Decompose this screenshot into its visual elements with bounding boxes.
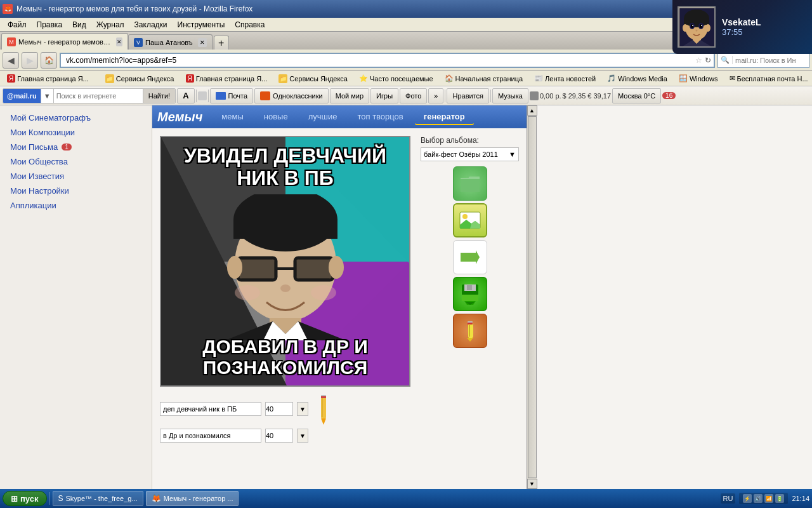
scroll-up-arrow[interactable]: ▲: [527, 105, 537, 116]
vk-nav-tabs: мемы новые лучшие топ творцов генератор: [213, 109, 473, 125]
sidebar-item-sinematograf[interactable]: Мой Синематографъ: [0, 110, 152, 125]
mail-button[interactable]: Почта: [210, 88, 254, 104]
sidebar-item-pisma[interactable]: Мои Письма 1: [0, 140, 152, 154]
bookmark-services2[interactable]: 📁 Сервисы Яндекса: [274, 72, 352, 85]
svg-point-16: [227, 256, 242, 279]
mail-search-button[interactable]: Найти!: [143, 89, 175, 103]
games-button[interactable]: Игры: [370, 88, 398, 104]
sidebar-label-pisma: Мои Письма: [10, 142, 58, 152]
weather-display: Москва 0°С: [612, 88, 661, 104]
menu-file[interactable]: Файл: [3, 19, 32, 30]
bookmarks-bar: Я Главная страница Я... 📁 Сервисы Яндекс…: [0, 71, 812, 86]
music-button[interactable]: Музыка: [492, 88, 528, 104]
notification-badge: 16: [662, 92, 676, 99]
folder-icon-services: 📁: [105, 74, 114, 83]
refresh-button[interactable]: ↻: [705, 56, 711, 65]
folder-tool-button[interactable]: [453, 166, 487, 201]
scroll-down-arrow[interactable]: ▼: [527, 479, 537, 489]
vk-tab-generator[interactable]: генератор: [415, 109, 474, 125]
save-icon: [459, 283, 481, 305]
tab-pasha[interactable]: V Паша Атановъ ✕: [128, 34, 213, 50]
bookmark-windows[interactable]: 🪟 Windows: [674, 72, 723, 84]
bookmark-icon-yandex2: Я: [186, 74, 194, 83]
edit-tool-button[interactable]: [453, 314, 487, 348]
image-tool-button[interactable]: [453, 203, 487, 237]
album-value: байк-фест Озёры 2011: [424, 150, 498, 158]
content-wrapper: Мемыч мемы новые лучшие топ творцов гене…: [152, 105, 537, 489]
sidebar: Мой Синематографъ Мои Композиции Мои Пис…: [0, 105, 152, 489]
sidebar-item-nastroyki[interactable]: Мои Настройки: [0, 184, 152, 198]
myworld-button[interactable]: Мой мир: [330, 88, 369, 104]
vk-tab-novye[interactable]: новые: [255, 109, 297, 125]
text-input-1[interactable]: [160, 402, 261, 416]
edit-icon: [459, 320, 481, 342]
more-button[interactable]: »: [428, 88, 443, 104]
folder-icon-services2: 📁: [278, 74, 287, 83]
bookmark-windows-media[interactable]: 🎵 Windows Media: [603, 72, 672, 84]
svg-marker-23: [321, 418, 326, 425]
music-icon: [530, 91, 539, 100]
menu-tools[interactable]: Инструменты: [173, 19, 230, 30]
vk-tab-memy[interactable]: мемы: [213, 109, 252, 125]
taskbar-sep1: [49, 492, 50, 505]
vk-tab-luchshie[interactable]: лучшие: [299, 109, 346, 125]
menu-edit[interactable]: Правка: [32, 19, 68, 30]
photo-button[interactable]: Фото: [400, 88, 427, 104]
new-tab-button[interactable]: +: [214, 36, 229, 50]
tab-memych[interactable]: М Мемыч - генератор мемов для тебя и т..…: [1, 33, 128, 50]
star-button[interactable]: ☆: [695, 56, 702, 65]
pisma-badge: 1: [62, 144, 72, 150]
bookmark-label-frequent: Часто посещаемые: [370, 75, 433, 83]
vk-tab-top[interactable]: топ творцов: [348, 109, 412, 125]
size-input-2[interactable]: [265, 429, 293, 443]
tab-close-memych[interactable]: ✕: [116, 37, 122, 46]
sidebar-item-applikacii[interactable]: Аппликации: [0, 198, 152, 213]
tab-close-pasha[interactable]: ✕: [198, 38, 207, 47]
home-button[interactable]: 🏠: [41, 52, 57, 69]
search-input[interactable]: [733, 57, 809, 64]
share-tool-button[interactable]: [453, 240, 487, 274]
meme-text-top: УВИДЕЛ ДЕВЧАЧИЙ НИК В ПБ: [161, 145, 409, 189]
sidebar-item-kompozicii[interactable]: Мои Композиции: [0, 125, 152, 140]
bookmark-label-wm: Windows Media: [618, 75, 667, 83]
bookmark-news[interactable]: 📰 Лента новостей: [530, 72, 600, 84]
taskbar-item-memych[interactable]: 🦊 Мемыч - генератор ...: [146, 491, 239, 506]
user-profile-corner: VsekateL 37:55: [672, 0, 812, 54]
bookmark-services[interactable]: 📁 Сервисы Яндекса: [101, 72, 179, 85]
control-row-1: ▼: [160, 393, 410, 425]
bookmark-frequent[interactable]: ⭐ Часто посещаемые: [355, 72, 438, 84]
start-button[interactable]: ⊞ пуск: [3, 491, 47, 506]
bookmark-bfree[interactable]: ✉ Бесплатная почта Н...: [725, 72, 812, 84]
text-input-2[interactable]: [160, 429, 261, 443]
svg-point-14: [235, 285, 260, 300]
dropdown-arrow-mail[interactable]: ▼: [41, 92, 53, 100]
mail-search-input[interactable]: [54, 92, 143, 100]
address-input[interactable]: [63, 54, 695, 67]
sidebar-item-izvestiya[interactable]: Мои Известия: [0, 169, 152, 184]
bookmark-yandex1[interactable]: Я Главная страница Я...: [3, 72, 93, 84]
menu-bookmarks[interactable]: Закладки: [129, 19, 173, 30]
menu-history[interactable]: Журнал: [91, 19, 129, 30]
titlebar-left: 🦊 Мемыч - генератор мемов для тебя и тво…: [3, 4, 252, 14]
save-tool-button[interactable]: [453, 277, 487, 311]
menu-view[interactable]: Вид: [67, 19, 91, 30]
back-button[interactable]: ◀: [3, 52, 19, 69]
size-input-1[interactable]: [265, 402, 293, 416]
size-dropdown-1[interactable]: ▼: [297, 402, 308, 416]
bookmark-yandex2[interactable]: Я Главная страница Я...: [181, 72, 272, 84]
bookmark-label-news: Лента новостей: [545, 75, 596, 83]
content-scrollbar[interactable]: ▲ ▼: [527, 105, 537, 489]
album-dropdown[interactable]: байк-фест Озёры 2011 ▼: [421, 147, 519, 161]
scroll-thumb[interactable]: [528, 116, 537, 478]
price-display: $ 29,35 € 39,17: [563, 92, 611, 100]
like-button[interactable]: Нравится: [447, 88, 489, 104]
forward-button[interactable]: ▶: [22, 52, 38, 69]
color-icon: [198, 91, 207, 100]
taskbar-item-skype[interactable]: S Skype™ - the_free_g...: [53, 491, 143, 506]
sidebar-item-obshchestva[interactable]: Мои Общества: [0, 154, 152, 169]
menu-help[interactable]: Справка: [230, 19, 270, 30]
ok-button[interactable]: Одноклассники: [254, 88, 329, 104]
size-dropdown-2[interactable]: ▼: [297, 429, 308, 443]
font-button[interactable]: A: [177, 88, 194, 104]
bookmark-homepage[interactable]: 🏠 Начальная страница: [440, 72, 527, 84]
